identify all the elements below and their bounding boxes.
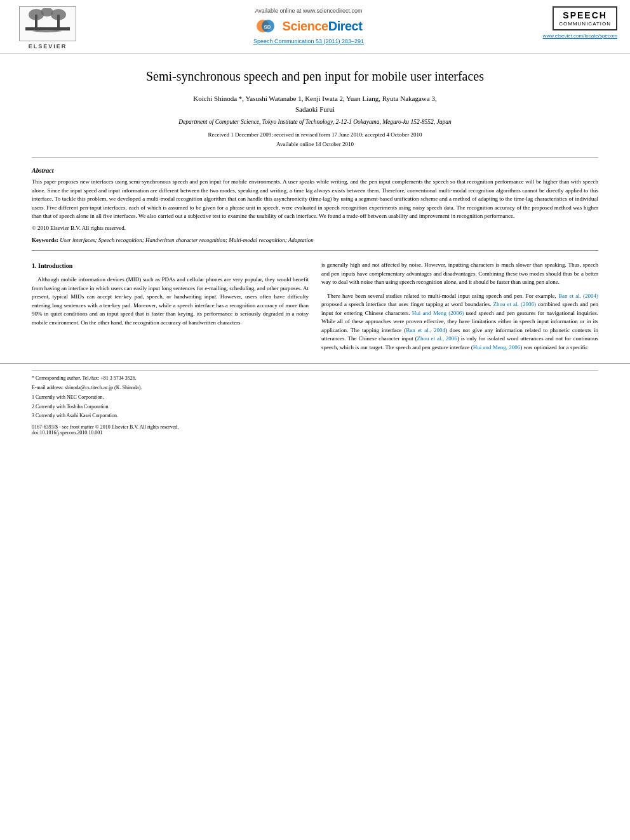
footnote-3: 3 Currently with Asahi Kasei Corporation… <box>32 412 598 420</box>
right-paragraph-2: There have been several studies related … <box>321 292 598 352</box>
elsevier-logo-image <box>19 6 76 41</box>
elsevier-logo: ELSEVIER <box>13 6 83 50</box>
footnote-corresponding: * Corresponding author. Tel./fax: +81 3 … <box>32 375 598 383</box>
authors-line1: Koichi Shinoda *, Yasushi Watanabe 1, Ke… <box>51 93 579 114</box>
keywords-label: Keywords: <box>32 237 58 243</box>
ref-hui-meng-2006[interactable]: Hui and Meng (2006) <box>412 310 464 316</box>
footnote-2: 2 Currently with Toshiba Corporation. <box>32 403 598 411</box>
svg-text:SD: SD <box>264 24 271 30</box>
ref-ban2004[interactable]: Ban et al. (2004) <box>558 293 598 299</box>
footnote-1: 1 Currently with NEC Corporation. <box>32 394 598 402</box>
speech-communication-logo: SPEECH COMMUNICATION www.elsevier.com/lo… <box>535 6 617 39</box>
main-content: Semi-synchronous speech and pen input fo… <box>0 54 630 357</box>
abstract-label: Abstract <box>32 167 598 174</box>
svg-point-4 <box>51 9 66 20</box>
communication-label: COMMUNICATION <box>559 21 611 27</box>
intro-header: 1. Introduction <box>32 261 309 270</box>
page-header: ELSEVIER Available online at www.science… <box>0 0 630 54</box>
ref-zhou2006-inline[interactable]: Zhou et al., 2006 <box>417 335 457 342</box>
available-online-text: Available online at www.sciencedirect.co… <box>255 8 363 14</box>
left-column: 1. Introduction Although mobile informat… <box>32 261 309 357</box>
ref-ban2004-inline[interactable]: Ban et al., 2004 <box>406 327 445 333</box>
footnote-email: E-mail address: shinoda@cs.titech.ac.jp … <box>32 384 598 392</box>
abstract-text: This paper proposes new interfaces using… <box>32 178 598 221</box>
speech-comm-box: SPEECH COMMUNICATION <box>553 6 617 30</box>
keywords-line: Keywords: User interfaces; Speech recogn… <box>32 236 598 244</box>
ref-hui-meng-inline[interactable]: Hui and Meng, 2006 <box>473 344 521 350</box>
speech-label: SPEECH <box>559 10 611 21</box>
received-dates: Received 1 December 2009; received in re… <box>51 130 579 149</box>
intro-paragraph-1: Although mobile information devices (MID… <box>32 276 309 327</box>
journal-citation: Speech Communication 53 (2011) 283–291 <box>253 38 364 44</box>
elsevier-text: ELSEVIER <box>29 43 67 50</box>
body-columns: 1. Introduction Although mobile informat… <box>32 251 598 357</box>
ref-zhou2006[interactable]: Zhou et al. (2006) <box>493 301 536 307</box>
copyright: © 2010 Elsevier B.V. All rights reserved… <box>32 225 598 231</box>
sciencedirect-logo: SD ScienceDirect <box>255 17 363 36</box>
title-section: Semi-synchronous speech and pen input fo… <box>32 54 598 158</box>
sciencedirect-wordmark: ScienceDirect <box>283 19 363 34</box>
right-paragraph-1: is generally high and not affected by no… <box>321 261 598 287</box>
affiliation: Department of Computer Science, Tokyo In… <box>51 118 579 126</box>
right-column: is generally high and not affected by no… <box>321 261 598 357</box>
footer-area: * Corresponding author. Tel./fax: +81 3 … <box>0 363 630 439</box>
footnotes: * Corresponding author. Tel./fax: +81 3 … <box>32 375 598 420</box>
doi-info: 0167-6393/$ - see front matter © 2010 El… <box>32 424 598 436</box>
keywords-text: User interfaces; Speech recognition; Han… <box>60 237 314 243</box>
paper-title: Semi-synchronous speech and pen input fo… <box>51 68 579 84</box>
sciencedirect-icon: SD <box>255 17 279 36</box>
sciencedirect-header: Available online at www.sciencedirect.co… <box>83 6 535 44</box>
elsevier-url: www.elsevier.com/locate/specom <box>543 33 617 39</box>
abstract-section: Abstract This paper proposes new interfa… <box>32 158 598 251</box>
